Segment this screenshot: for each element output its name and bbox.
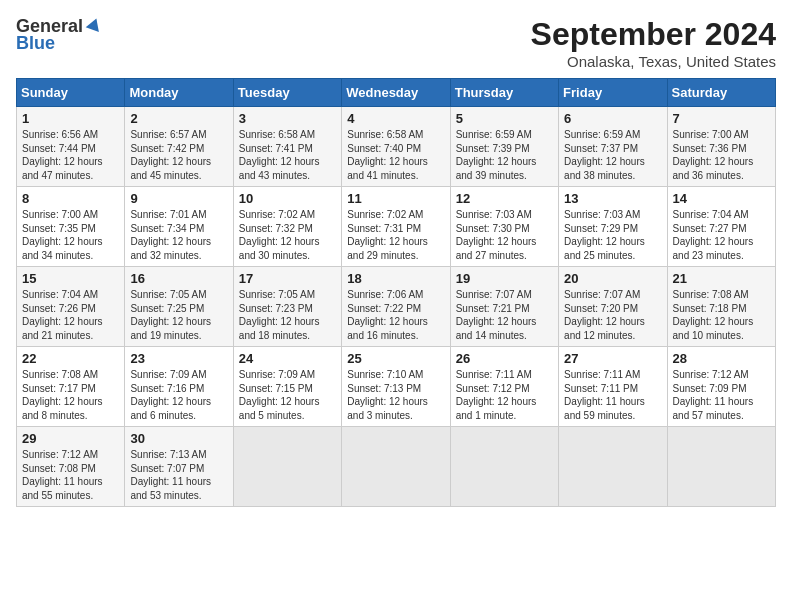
calendar-cell: 24 Sunrise: 7:09 AMSunset: 7:15 PMDaylig…: [233, 347, 341, 427]
day-number: 25: [347, 351, 444, 366]
cell-content: Sunrise: 7:01 AMSunset: 7:34 PMDaylight:…: [130, 208, 227, 262]
day-number: 20: [564, 271, 661, 286]
cell-content: Sunrise: 7:09 AMSunset: 7:15 PMDaylight:…: [239, 368, 336, 422]
cell-content: Sunrise: 6:59 AMSunset: 7:39 PMDaylight:…: [456, 128, 553, 182]
cell-content: Sunrise: 7:12 AMSunset: 7:09 PMDaylight:…: [673, 368, 770, 422]
calendar-cell: 21 Sunrise: 7:08 AMSunset: 7:18 PMDaylig…: [667, 267, 775, 347]
cell-content: Sunrise: 7:06 AMSunset: 7:22 PMDaylight:…: [347, 288, 444, 342]
day-number: 21: [673, 271, 770, 286]
day-header-saturday: Saturday: [667, 79, 775, 107]
cell-content: Sunrise: 7:11 AMSunset: 7:11 PMDaylight:…: [564, 368, 661, 422]
cell-content: Sunrise: 7:08 AMSunset: 7:18 PMDaylight:…: [673, 288, 770, 342]
cell-content: Sunrise: 7:04 AMSunset: 7:26 PMDaylight:…: [22, 288, 119, 342]
day-number: 6: [564, 111, 661, 126]
calendar-cell: 5 Sunrise: 6:59 AMSunset: 7:39 PMDayligh…: [450, 107, 558, 187]
cell-content: Sunrise: 7:08 AMSunset: 7:17 PMDaylight:…: [22, 368, 119, 422]
cell-content: Sunrise: 7:05 AMSunset: 7:25 PMDaylight:…: [130, 288, 227, 342]
calendar-cell: 9 Sunrise: 7:01 AMSunset: 7:34 PMDayligh…: [125, 187, 233, 267]
day-number: 23: [130, 351, 227, 366]
day-number: 26: [456, 351, 553, 366]
calendar-cell: [667, 427, 775, 507]
month-title: September 2024: [531, 16, 776, 53]
calendar-cell: 29 Sunrise: 7:12 AMSunset: 7:08 PMDaylig…: [17, 427, 125, 507]
calendar-cell: 6 Sunrise: 6:59 AMSunset: 7:37 PMDayligh…: [559, 107, 667, 187]
day-header-wednesday: Wednesday: [342, 79, 450, 107]
day-number: 5: [456, 111, 553, 126]
title-area: September 2024 Onalaska, Texas, United S…: [531, 16, 776, 70]
day-header-sunday: Sunday: [17, 79, 125, 107]
calendar-cell: 26 Sunrise: 7:11 AMSunset: 7:12 PMDaylig…: [450, 347, 558, 427]
calendar-cell: 3 Sunrise: 6:58 AMSunset: 7:41 PMDayligh…: [233, 107, 341, 187]
calendar-table: SundayMondayTuesdayWednesdayThursdayFrid…: [16, 78, 776, 507]
day-number: 22: [22, 351, 119, 366]
day-number: 30: [130, 431, 227, 446]
logo-arrow-icon: [85, 16, 103, 38]
day-number: 24: [239, 351, 336, 366]
calendar-cell: 7 Sunrise: 7:00 AMSunset: 7:36 PMDayligh…: [667, 107, 775, 187]
calendar-cell: 16 Sunrise: 7:05 AMSunset: 7:25 PMDaylig…: [125, 267, 233, 347]
calendar-week-row: 22 Sunrise: 7:08 AMSunset: 7:17 PMDaylig…: [17, 347, 776, 427]
day-number: 29: [22, 431, 119, 446]
cell-content: Sunrise: 7:10 AMSunset: 7:13 PMDaylight:…: [347, 368, 444, 422]
day-number: 12: [456, 191, 553, 206]
cell-content: Sunrise: 7:02 AMSunset: 7:31 PMDaylight:…: [347, 208, 444, 262]
day-header-thursday: Thursday: [450, 79, 558, 107]
cell-content: Sunrise: 7:11 AMSunset: 7:12 PMDaylight:…: [456, 368, 553, 422]
day-number: 18: [347, 271, 444, 286]
day-number: 7: [673, 111, 770, 126]
calendar-cell: [559, 427, 667, 507]
day-number: 4: [347, 111, 444, 126]
header: General Blue September 2024 Onalaska, Te…: [16, 16, 776, 70]
calendar-cell: 11 Sunrise: 7:02 AMSunset: 7:31 PMDaylig…: [342, 187, 450, 267]
calendar-cell: 25 Sunrise: 7:10 AMSunset: 7:13 PMDaylig…: [342, 347, 450, 427]
cell-content: Sunrise: 7:03 AMSunset: 7:29 PMDaylight:…: [564, 208, 661, 262]
cell-content: Sunrise: 7:04 AMSunset: 7:27 PMDaylight:…: [673, 208, 770, 262]
calendar-cell: 20 Sunrise: 7:07 AMSunset: 7:20 PMDaylig…: [559, 267, 667, 347]
calendar-week-row: 1 Sunrise: 6:56 AMSunset: 7:44 PMDayligh…: [17, 107, 776, 187]
day-number: 15: [22, 271, 119, 286]
cell-content: Sunrise: 6:57 AMSunset: 7:42 PMDaylight:…: [130, 128, 227, 182]
calendar-cell: 30 Sunrise: 7:13 AMSunset: 7:07 PMDaylig…: [125, 427, 233, 507]
cell-content: Sunrise: 6:58 AMSunset: 7:41 PMDaylight:…: [239, 128, 336, 182]
calendar-cell: 15 Sunrise: 7:04 AMSunset: 7:26 PMDaylig…: [17, 267, 125, 347]
calendar-week-row: 8 Sunrise: 7:00 AMSunset: 7:35 PMDayligh…: [17, 187, 776, 267]
day-number: 14: [673, 191, 770, 206]
cell-content: Sunrise: 6:59 AMSunset: 7:37 PMDaylight:…: [564, 128, 661, 182]
calendar-week-row: 15 Sunrise: 7:04 AMSunset: 7:26 PMDaylig…: [17, 267, 776, 347]
day-number: 13: [564, 191, 661, 206]
calendar-cell: 4 Sunrise: 6:58 AMSunset: 7:40 PMDayligh…: [342, 107, 450, 187]
cell-content: Sunrise: 7:05 AMSunset: 7:23 PMDaylight:…: [239, 288, 336, 342]
calendar-header-row: SundayMondayTuesdayWednesdayThursdayFrid…: [17, 79, 776, 107]
day-number: 2: [130, 111, 227, 126]
calendar-cell: 19 Sunrise: 7:07 AMSunset: 7:21 PMDaylig…: [450, 267, 558, 347]
day-header-friday: Friday: [559, 79, 667, 107]
day-number: 8: [22, 191, 119, 206]
cell-content: Sunrise: 7:00 AMSunset: 7:36 PMDaylight:…: [673, 128, 770, 182]
logo: General Blue: [16, 16, 103, 53]
day-number: 16: [130, 271, 227, 286]
cell-content: Sunrise: 7:03 AMSunset: 7:30 PMDaylight:…: [456, 208, 553, 262]
calendar-cell: 27 Sunrise: 7:11 AMSunset: 7:11 PMDaylig…: [559, 347, 667, 427]
calendar-cell: 8 Sunrise: 7:00 AMSunset: 7:35 PMDayligh…: [17, 187, 125, 267]
day-number: 9: [130, 191, 227, 206]
cell-content: Sunrise: 6:58 AMSunset: 7:40 PMDaylight:…: [347, 128, 444, 182]
calendar-cell: 10 Sunrise: 7:02 AMSunset: 7:32 PMDaylig…: [233, 187, 341, 267]
day-number: 11: [347, 191, 444, 206]
cell-content: Sunrise: 7:13 AMSunset: 7:07 PMDaylight:…: [130, 448, 227, 502]
cell-content: Sunrise: 7:07 AMSunset: 7:21 PMDaylight:…: [456, 288, 553, 342]
day-number: 1: [22, 111, 119, 126]
calendar-cell: 22 Sunrise: 7:08 AMSunset: 7:17 PMDaylig…: [17, 347, 125, 427]
calendar-cell: [233, 427, 341, 507]
day-number: 27: [564, 351, 661, 366]
day-header-tuesday: Tuesday: [233, 79, 341, 107]
calendar-cell: 14 Sunrise: 7:04 AMSunset: 7:27 PMDaylig…: [667, 187, 775, 267]
day-number: 17: [239, 271, 336, 286]
logo-blue: Blue: [16, 34, 55, 54]
cell-content: Sunrise: 7:09 AMSunset: 7:16 PMDaylight:…: [130, 368, 227, 422]
calendar-cell: 18 Sunrise: 7:06 AMSunset: 7:22 PMDaylig…: [342, 267, 450, 347]
calendar-cell: 12 Sunrise: 7:03 AMSunset: 7:30 PMDaylig…: [450, 187, 558, 267]
location-title: Onalaska, Texas, United States: [531, 53, 776, 70]
calendar-cell: 17 Sunrise: 7:05 AMSunset: 7:23 PMDaylig…: [233, 267, 341, 347]
calendar-cell: 13 Sunrise: 7:03 AMSunset: 7:29 PMDaylig…: [559, 187, 667, 267]
day-number: 19: [456, 271, 553, 286]
